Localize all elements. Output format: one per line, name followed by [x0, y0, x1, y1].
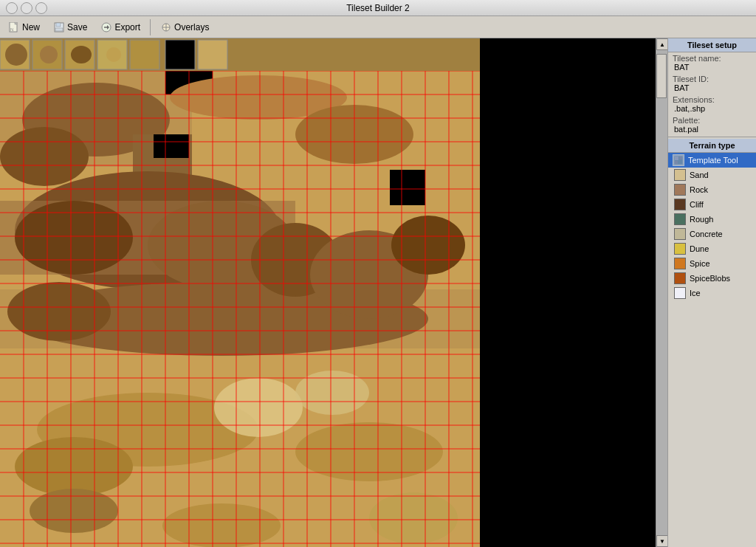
close-button[interactable] [6, 2, 18, 14]
terrain-swatch-concrete [674, 228, 686, 240]
right-panel: Tileset setup Tileset name: BAT Tileset … [667, 38, 756, 547]
setup-section-title: Tileset setup [668, 38, 756, 52]
svg-text:N: N [10, 27, 13, 32]
canvas-area[interactable]: ▲ ▼ [0, 38, 667, 547]
template-tool-label: Template Tool [688, 156, 738, 165]
tileset-id-value: BAT [673, 83, 752, 92]
terrain-swatch-cliff [674, 199, 686, 210]
terrain-item-rough[interactable]: Rough [668, 212, 756, 227]
export-icon [100, 21, 112, 33]
terrain-type-title: Terrain type [668, 139, 756, 153]
toolbar-separator [150, 19, 151, 35]
svg-point-31 [7, 282, 111, 341]
overlays-button[interactable]: Overlays [155, 18, 214, 36]
tileset-id-label: Tileset ID: [673, 75, 752, 83]
extensions-field: Extensions: .bat,.shp [668, 94, 756, 114]
svg-rect-21 [390, 170, 425, 205]
scroll-up-button[interactable]: ▲ [656, 38, 667, 50]
svg-point-17 [0, 127, 89, 186]
tileset-svg [0, 38, 480, 547]
terrain-item-concrete[interactable]: Concrete [668, 227, 756, 241]
svg-rect-100 [679, 156, 682, 159]
svg-point-95 [71, 46, 92, 63]
tileset-name-value: BAT [673, 63, 752, 72]
new-button[interactable]: N New [3, 18, 45, 36]
terrain-label-concrete: Concrete [690, 230, 723, 238]
terrain-label-ice: Ice [690, 289, 701, 297]
svg-rect-4 [56, 23, 61, 27]
svg-point-36 [214, 378, 303, 437]
svg-rect-92 [198, 40, 227, 69]
save-button[interactable]: Save [48, 18, 92, 36]
svg-rect-91 [165, 40, 195, 69]
terrain-label-sand: Sand [690, 171, 709, 179]
title-bar-left-controls[interactable] [6, 2, 47, 14]
scrollbar-track[interactable] [656, 50, 667, 535]
terrain-list: SandRockCliffRoughConcreteDuneSpiceSpice… [668, 168, 756, 300]
scroll-down-button[interactable]: ▼ [656, 535, 667, 547]
terrain-swatch-sand [674, 169, 686, 181]
terrain-swatch-ice [674, 287, 686, 299]
svg-rect-90 [130, 40, 159, 69]
svg-point-96 [106, 47, 121, 62]
tileset-id-field: Tileset ID: BAT [668, 73, 756, 94]
svg-point-43 [391, 216, 465, 275]
maximize-button[interactable] [35, 2, 47, 14]
terrain-item-ice[interactable]: Ice [668, 286, 756, 300]
terrain-label-rock: Rock [690, 185, 708, 194]
extensions-label: Extensions: [673, 95, 752, 104]
terrain-swatch-dune [674, 243, 686, 255]
minimize-button[interactable] [21, 2, 32, 14]
tileset-name-label: Tileset name: [673, 54, 752, 63]
vertical-scrollbar[interactable]: ▲ ▼ [656, 38, 667, 547]
terrain-label-spiceblobs: SpiceBlobs [690, 274, 730, 283]
terrain-swatch-rough [674, 213, 686, 225]
panel-divider-1 [668, 137, 756, 137]
terrain-item-spiceblobs[interactable]: SpiceBlobs [668, 271, 756, 286]
svg-point-94 [40, 46, 58, 63]
svg-rect-101 [675, 161, 678, 164]
terrain-swatch-spiceblobs [674, 272, 686, 284]
svg-point-39 [162, 503, 281, 547]
terrain-item-spice[interactable]: Spice [668, 256, 756, 271]
svg-rect-20 [154, 134, 189, 158]
new-icon: N [8, 21, 20, 33]
title-bar: Tileset Builder 2 [0, 0, 756, 16]
svg-point-37 [295, 371, 369, 415]
overlays-icon [160, 21, 172, 33]
extensions-value: .bat,.shp [673, 104, 752, 113]
new-label: New [22, 22, 40, 32]
svg-point-27 [15, 201, 133, 275]
template-tool-item[interactable]: Template Tool [668, 153, 756, 168]
save-icon [53, 21, 65, 33]
terrain-swatch-spice [674, 258, 686, 269]
window-title: Tileset Builder 2 [47, 3, 709, 13]
terrain-label-spice: Spice [690, 259, 710, 268]
svg-rect-5 [55, 28, 63, 31]
scrollbar-thumb[interactable] [656, 54, 667, 98]
palette-field: Palette: bat.pal [668, 114, 756, 135]
terrain-label-cliff: Cliff [690, 200, 704, 209]
palette-value: bat.pal [673, 125, 752, 134]
svg-point-40 [369, 492, 458, 544]
palette-label: Palette: [673, 116, 752, 125]
terrain-label-dune: Dune [690, 244, 709, 253]
svg-point-38 [30, 489, 118, 533]
main-layout: ▲ ▼ Tileset setup Tileset name: BAT Tile… [0, 38, 756, 547]
terrain-item-dune[interactable]: Dune [668, 241, 756, 256]
terrain-item-cliff[interactable]: Cliff [668, 197, 756, 212]
toolbar: N New Save Export Overlays [0, 16, 756, 38]
template-tool-icon [673, 154, 684, 166]
export-button[interactable]: Export [95, 18, 145, 36]
svg-rect-99 [675, 156, 678, 160]
terrain-item-sand[interactable]: Sand [668, 168, 756, 182]
terrain-swatch-rock [674, 184, 686, 196]
terrain-label-rough: Rough [690, 215, 713, 224]
overlays-label: Overlays [174, 22, 209, 32]
svg-point-93 [5, 44, 27, 66]
export-label: Export [114, 22, 140, 32]
save-label: Save [67, 22, 87, 32]
tileset-name-field: Tileset name: BAT [668, 52, 756, 73]
tiles-container[interactable] [0, 38, 480, 547]
terrain-item-rock[interactable]: Rock [668, 182, 756, 197]
